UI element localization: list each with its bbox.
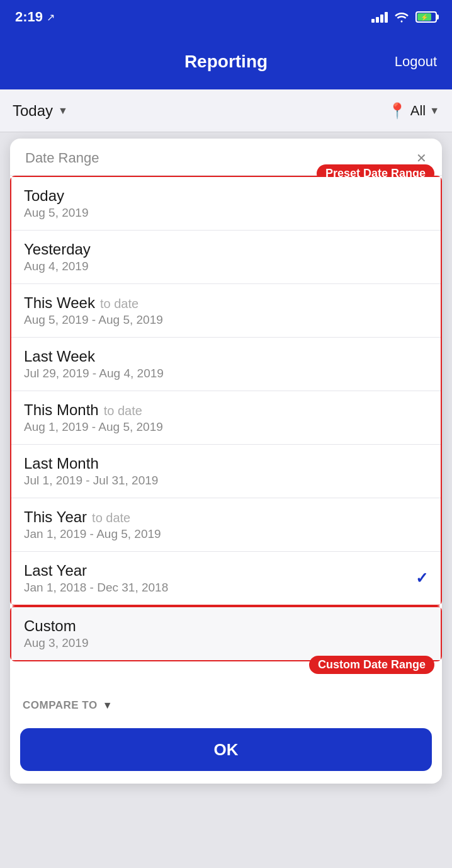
signal-bars-icon (371, 12, 388, 23)
location-pin-icon: 📍 (388, 102, 407, 120)
bottom-section: COMPARE TO ▼ OK (10, 661, 442, 784)
selected-checkmark-icon: ✓ (415, 569, 428, 587)
status-time: 2:19 (15, 9, 43, 25)
date-item-custom[interactable]: Custom Aug 3, 2019 (11, 607, 441, 660)
date-item-this-week[interactable]: This Week to date Aug 5, 2019 - Aug 5, 2… (11, 284, 441, 338)
status-bar-right: ⚡ (371, 11, 437, 23)
main-content: Date Range ✕ Preset Date Range Today Aug… (0, 139, 452, 868)
location-filter-dropdown[interactable]: 📍 All ▼ (388, 102, 439, 120)
location-arrow-icon: ↗ (47, 11, 55, 23)
date-item-today[interactable]: Today Aug 5, 2019 (11, 177, 441, 231)
date-item-this-year[interactable]: This Year to date Jan 1, 2019 - Aug 5, 2… (11, 498, 441, 552)
date-filter-label: Today (13, 102, 53, 120)
page-title: Reporting (184, 52, 268, 72)
close-icon[interactable]: ✕ (416, 151, 427, 166)
date-filter-arrow-icon: ▼ (58, 105, 68, 117)
nav-bar: Reporting Logout (0, 34, 452, 89)
status-bar: 2:19 ↗ ⚡ (0, 0, 452, 34)
compare-to-label: COMPARE TO (23, 699, 98, 712)
custom-badge: Custom Date Range (309, 656, 434, 674)
compare-to-row[interactable]: COMPARE TO ▼ (20, 693, 432, 718)
battery-icon: ⚡ (415, 11, 437, 23)
date-item-last-week[interactable]: Last Week Jul 29, 2019 - Aug 4, 2019 (11, 338, 441, 391)
date-filter-dropdown[interactable]: Today ▼ (13, 102, 68, 120)
logout-button[interactable]: Logout (395, 54, 437, 70)
preset-date-range-section: Preset Date Range Today Aug 5, 2019 Yest… (10, 176, 442, 606)
date-item-last-month[interactable]: Last Month Jul 1, 2019 - Jul 31, 2019 (11, 445, 441, 498)
date-range-panel: Date Range ✕ Preset Date Range Today Aug… (10, 139, 442, 784)
dropdown-caret (55, 139, 73, 147)
status-bar-left: 2:19 ↗ (15, 9, 55, 25)
location-filter-arrow-icon: ▼ (429, 105, 439, 117)
date-item-this-month[interactable]: This Month to date Aug 1, 2019 - Aug 5, … (11, 391, 441, 445)
custom-date-range-section: Custom Aug 3, 2019 Custom Date Range (10, 606, 442, 661)
filter-bar: Today ▼ 📍 All ▼ (0, 89, 452, 132)
date-item-last-year[interactable]: Last Year Jan 1, 2018 - Dec 31, 2018 ✓ (11, 552, 441, 605)
wifi-icon (394, 11, 409, 23)
panel-title: Date Range (25, 150, 99, 166)
ok-button[interactable]: OK (20, 728, 432, 771)
location-filter-label: All (410, 103, 426, 119)
date-item-yesterday[interactable]: Yesterday Aug 4, 2019 (11, 231, 441, 284)
compare-to-arrow-icon: ▼ (103, 700, 113, 711)
